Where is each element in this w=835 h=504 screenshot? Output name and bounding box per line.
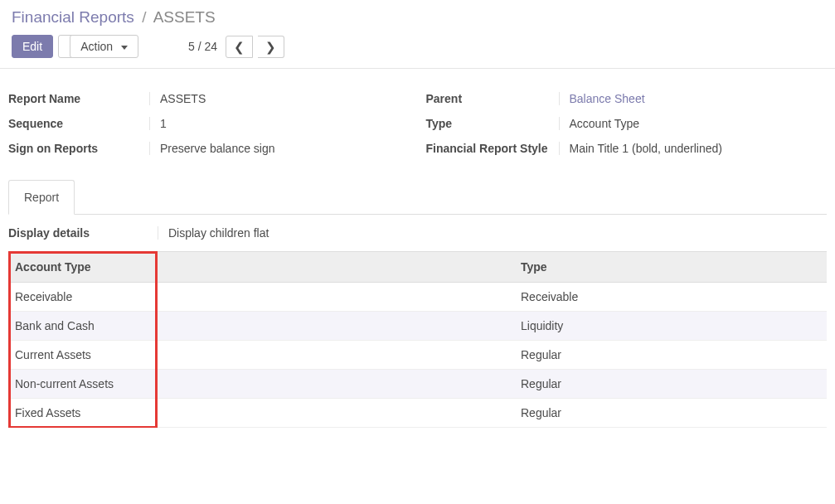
th-account-type[interactable]: Account Type [8, 252, 514, 283]
table-row[interactable]: Receivable Receivable [8, 283, 827, 312]
control-panel: Financial Reports / ASSETS Edit Create A… [0, 0, 835, 69]
chevron-down-icon [121, 46, 128, 50]
sign-label: Sign on Reports [8, 142, 149, 155]
report-name-value: ASSETS [149, 92, 418, 105]
table-row[interactable]: Bank and Cash Liquidity [8, 312, 827, 341]
table-row[interactable]: Non-current Assets Regular [8, 370, 827, 399]
type-value: Account Type [559, 117, 828, 130]
edit-button[interactable]: Edit [12, 35, 53, 58]
cell-account-type: Fixed Assets [8, 399, 514, 428]
pager-sep: / [195, 40, 205, 53]
sequence-label: Sequence [8, 117, 149, 130]
table-row[interactable]: Fixed Assets Regular [8, 399, 827, 428]
action-label: Action [80, 40, 113, 53]
cell-account-type: Non-current Assets [8, 370, 514, 399]
style-value: Main Title 1 (bold, underlined) [559, 142, 828, 155]
parent-link[interactable]: Balance Sheet [570, 92, 645, 105]
th-type[interactable]: Type [514, 252, 827, 283]
breadcrumb: Financial Reports / ASSETS [12, 8, 823, 27]
pager-current: 5 [188, 40, 195, 53]
cell-type: Liquidity [514, 312, 827, 341]
tab-report[interactable]: Report [8, 180, 75, 215]
next-button[interactable]: ❯ [258, 36, 284, 58]
cell-type: Receivable [514, 283, 827, 312]
breadcrumb-separator: / [138, 8, 149, 26]
parent-label: Parent [418, 92, 559, 105]
breadcrumb-root[interactable]: Financial Reports [12, 8, 134, 26]
cell-account-type: Current Assets [8, 341, 514, 370]
breadcrumb-current: ASSETS [153, 8, 216, 26]
account-type-table: Account Type Type Receivable Receivable … [8, 251, 827, 428]
cell-account-type: Bank and Cash [8, 312, 514, 341]
cell-type: Regular [514, 399, 827, 428]
chevron-left-icon: ❮ [234, 40, 245, 54]
type-label: Type [418, 117, 559, 130]
display-details-value: Display children flat [158, 226, 827, 240]
sign-value: Preserve balance sign [149, 142, 418, 155]
display-details-label: Display details [8, 226, 158, 240]
report-name-label: Report Name [8, 92, 149, 105]
chevron-right-icon: ❯ [265, 40, 276, 54]
form-sheet: Report Name ASSETS Sequence 1 Sign on Re… [0, 69, 835, 428]
tabs: Report [8, 180, 827, 215]
cell-type: Regular [514, 370, 827, 399]
style-label: Financial Report Style [418, 142, 559, 155]
table-row[interactable]: Current Assets Regular [8, 341, 827, 370]
cell-type: Regular [514, 341, 827, 370]
sequence-value: 1 [149, 117, 418, 130]
action-dropdown[interactable]: Action [70, 35, 138, 58]
pager[interactable]: 5 / 24 [188, 40, 217, 53]
cell-account-type: Receivable [8, 283, 514, 312]
prev-button[interactable]: ❮ [226, 36, 253, 58]
pager-total: 24 [204, 40, 217, 53]
